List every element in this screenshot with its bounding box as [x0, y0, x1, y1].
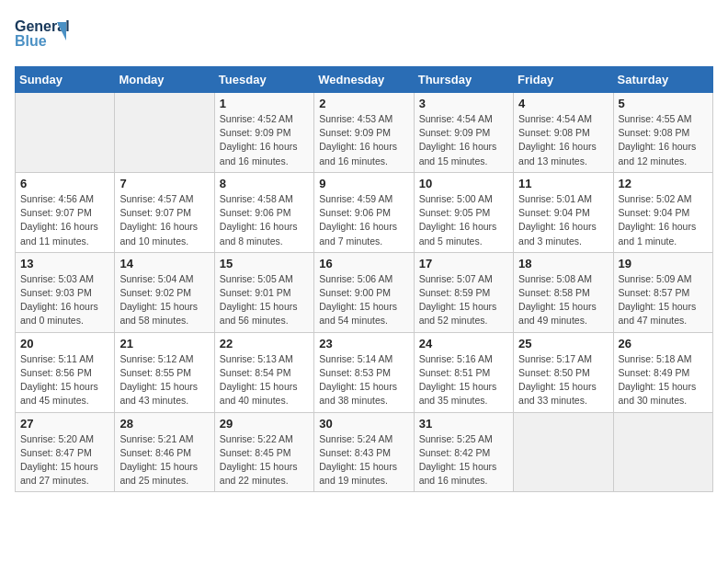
calendar-week-2: 6Sunrise: 4:56 AM Sunset: 9:07 PM Daylig…	[16, 172, 713, 252]
day-detail: Sunrise: 4:59 AM Sunset: 9:06 PM Dayligh…	[319, 192, 408, 248]
calendar-cell	[613, 412, 712, 492]
day-detail: Sunrise: 4:54 AM Sunset: 9:09 PM Dayligh…	[419, 112, 508, 168]
day-number: 27	[20, 417, 109, 431]
day-detail: Sunrise: 5:22 AM Sunset: 8:45 PM Dayligh…	[220, 432, 309, 488]
day-number: 29	[220, 417, 309, 431]
day-detail: Sunrise: 5:24 AM Sunset: 8:43 PM Dayligh…	[319, 432, 408, 488]
day-number: 23	[319, 337, 408, 350]
day-number: 31	[419, 417, 508, 431]
weekday-header-wednesday: Wednesday	[314, 67, 414, 93]
calendar-cell: 31Sunrise: 5:25 AM Sunset: 8:42 PM Dayli…	[414, 412, 513, 492]
calendar-cell: 29Sunrise: 5:22 AM Sunset: 8:45 PM Dayli…	[214, 412, 313, 492]
page-header: General Blue	[15, 15, 713, 55]
calendar-cell: 24Sunrise: 5:16 AM Sunset: 8:51 PM Dayli…	[414, 332, 513, 412]
day-number: 15	[220, 257, 309, 270]
calendar-cell: 27Sunrise: 5:20 AM Sunset: 8:47 PM Dayli…	[16, 412, 115, 492]
calendar-cell: 10Sunrise: 5:00 AM Sunset: 9:05 PM Dayli…	[414, 172, 513, 252]
calendar-cell: 15Sunrise: 5:05 AM Sunset: 9:01 PM Dayli…	[214, 252, 313, 332]
day-detail: Sunrise: 5:08 AM Sunset: 8:58 PM Dayligh…	[518, 272, 608, 328]
calendar-table: SundayMondayTuesdayWednesdayThursdayFrid…	[15, 66, 713, 492]
day-number: 6	[20, 177, 109, 190]
day-detail: Sunrise: 5:13 AM Sunset: 8:54 PM Dayligh…	[220, 352, 309, 408]
day-number: 18	[518, 257, 608, 270]
calendar-body: 1Sunrise: 4:52 AM Sunset: 9:09 PM Daylig…	[16, 93, 713, 492]
day-detail: Sunrise: 5:16 AM Sunset: 8:51 PM Dayligh…	[419, 352, 508, 408]
calendar-cell: 23Sunrise: 5:14 AM Sunset: 8:53 PM Dayli…	[314, 332, 414, 412]
calendar-cell: 12Sunrise: 5:02 AM Sunset: 9:04 PM Dayli…	[613, 172, 712, 252]
day-number: 13	[20, 257, 109, 270]
logo: General Blue	[15, 15, 70, 55]
day-number: 14	[119, 257, 209, 270]
day-detail: Sunrise: 5:05 AM Sunset: 9:01 PM Dayligh…	[220, 272, 309, 328]
day-detail: Sunrise: 5:03 AM Sunset: 9:03 PM Dayligh…	[20, 272, 109, 328]
logo-icon: General Blue	[15, 15, 70, 55]
weekday-header-thursday: Thursday	[414, 67, 513, 93]
calendar-cell: 11Sunrise: 5:01 AM Sunset: 9:04 PM Dayli…	[514, 172, 613, 252]
calendar-cell: 16Sunrise: 5:06 AM Sunset: 9:00 PM Dayli…	[314, 252, 414, 332]
calendar-cell: 20Sunrise: 5:11 AM Sunset: 8:56 PM Dayli…	[16, 332, 115, 412]
calendar-cell: 22Sunrise: 5:13 AM Sunset: 8:54 PM Dayli…	[214, 332, 313, 412]
calendar-week-4: 20Sunrise: 5:11 AM Sunset: 8:56 PM Dayli…	[16, 332, 713, 412]
calendar-cell: 4Sunrise: 4:54 AM Sunset: 9:08 PM Daylig…	[514, 93, 613, 173]
calendar-week-5: 27Sunrise: 5:20 AM Sunset: 8:47 PM Dayli…	[16, 412, 713, 492]
calendar-cell	[514, 412, 613, 492]
day-number: 7	[119, 177, 209, 190]
day-detail: Sunrise: 5:12 AM Sunset: 8:55 PM Dayligh…	[119, 352, 209, 408]
calendar-cell: 8Sunrise: 4:58 AM Sunset: 9:06 PM Daylig…	[214, 172, 313, 252]
day-detail: Sunrise: 4:58 AM Sunset: 9:06 PM Dayligh…	[220, 192, 309, 248]
day-number: 22	[220, 337, 309, 350]
weekday-header-saturday: Saturday	[613, 67, 712, 93]
day-number: 26	[619, 337, 708, 350]
day-detail: Sunrise: 4:57 AM Sunset: 9:07 PM Dayligh…	[119, 192, 209, 248]
weekday-header-tuesday: Tuesday	[214, 67, 313, 93]
day-detail: Sunrise: 5:01 AM Sunset: 9:04 PM Dayligh…	[518, 192, 608, 248]
day-number: 1	[220, 97, 309, 110]
calendar-cell	[115, 93, 214, 173]
day-number: 30	[319, 417, 408, 431]
calendar-cell: 3Sunrise: 4:54 AM Sunset: 9:09 PM Daylig…	[414, 93, 513, 173]
day-number: 2	[319, 97, 408, 110]
calendar-cell: 30Sunrise: 5:24 AM Sunset: 8:43 PM Dayli…	[314, 412, 414, 492]
day-detail: Sunrise: 5:07 AM Sunset: 8:59 PM Dayligh…	[419, 272, 508, 328]
day-number: 12	[619, 177, 708, 190]
weekday-header-monday: Monday	[115, 67, 214, 93]
day-number: 28	[119, 417, 209, 431]
calendar-cell: 19Sunrise: 5:09 AM Sunset: 8:57 PM Dayli…	[613, 252, 712, 332]
day-number: 24	[419, 337, 508, 350]
calendar-cell: 13Sunrise: 5:03 AM Sunset: 9:03 PM Dayli…	[16, 252, 115, 332]
calendar-cell: 26Sunrise: 5:18 AM Sunset: 8:49 PM Dayli…	[613, 332, 712, 412]
day-detail: Sunrise: 5:14 AM Sunset: 8:53 PM Dayligh…	[319, 352, 408, 408]
calendar-cell: 25Sunrise: 5:17 AM Sunset: 8:50 PM Dayli…	[514, 332, 613, 412]
day-number: 20	[20, 337, 109, 350]
day-detail: Sunrise: 4:55 AM Sunset: 9:08 PM Dayligh…	[619, 112, 708, 168]
day-detail: Sunrise: 4:53 AM Sunset: 9:09 PM Dayligh…	[319, 112, 408, 168]
day-detail: Sunrise: 5:09 AM Sunset: 8:57 PM Dayligh…	[619, 272, 708, 328]
day-detail: Sunrise: 5:02 AM Sunset: 9:04 PM Dayligh…	[619, 192, 708, 248]
calendar-cell: 5Sunrise: 4:55 AM Sunset: 9:08 PM Daylig…	[613, 93, 712, 173]
day-detail: Sunrise: 5:00 AM Sunset: 9:05 PM Dayligh…	[419, 192, 508, 248]
day-detail: Sunrise: 5:06 AM Sunset: 9:00 PM Dayligh…	[319, 272, 408, 328]
day-detail: Sunrise: 5:11 AM Sunset: 8:56 PM Dayligh…	[20, 352, 109, 408]
calendar-cell	[16, 93, 115, 173]
day-number: 5	[619, 97, 708, 110]
day-number: 21	[119, 337, 209, 350]
calendar-cell: 28Sunrise: 5:21 AM Sunset: 8:46 PM Dayli…	[115, 412, 214, 492]
calendar-cell: 21Sunrise: 5:12 AM Sunset: 8:55 PM Dayli…	[115, 332, 214, 412]
day-number: 3	[419, 97, 508, 110]
day-detail: Sunrise: 5:25 AM Sunset: 8:42 PM Dayligh…	[419, 432, 508, 488]
calendar-cell: 2Sunrise: 4:53 AM Sunset: 9:09 PM Daylig…	[314, 93, 414, 173]
day-number: 4	[518, 97, 608, 110]
day-number: 10	[419, 177, 508, 190]
calendar-cell: 17Sunrise: 5:07 AM Sunset: 8:59 PM Dayli…	[414, 252, 513, 332]
day-detail: Sunrise: 5:04 AM Sunset: 9:02 PM Dayligh…	[119, 272, 209, 328]
day-number: 16	[319, 257, 408, 270]
day-number: 11	[518, 177, 608, 190]
weekday-header-friday: Friday	[514, 67, 613, 93]
day-number: 25	[518, 337, 608, 350]
day-detail: Sunrise: 4:52 AM Sunset: 9:09 PM Dayligh…	[220, 112, 309, 168]
calendar-cell: 7Sunrise: 4:57 AM Sunset: 9:07 PM Daylig…	[115, 172, 214, 252]
calendar-cell: 6Sunrise: 4:56 AM Sunset: 9:07 PM Daylig…	[16, 172, 115, 252]
calendar-cell: 9Sunrise: 4:59 AM Sunset: 9:06 PM Daylig…	[314, 172, 414, 252]
weekday-header-row: SundayMondayTuesdayWednesdayThursdayFrid…	[16, 67, 713, 93]
calendar-cell: 18Sunrise: 5:08 AM Sunset: 8:58 PM Dayli…	[514, 252, 613, 332]
